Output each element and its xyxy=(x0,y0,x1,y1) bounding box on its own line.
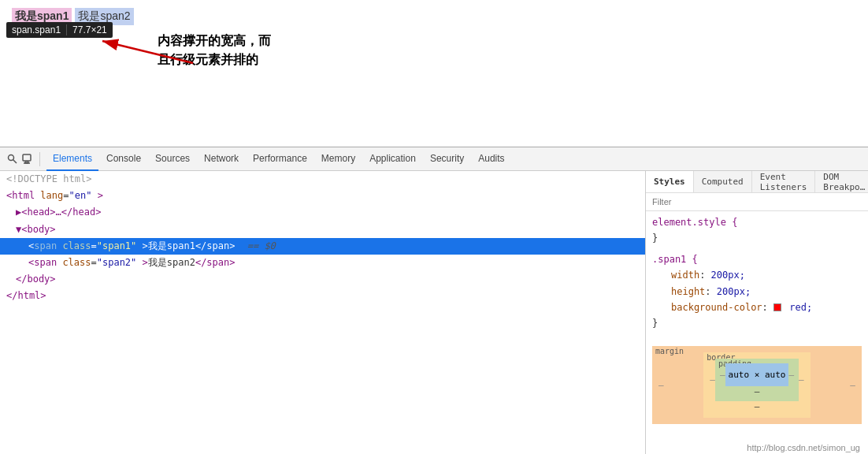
styles-content: element.style { } .span1 { width: 200px;… xyxy=(646,211,868,340)
color-swatch-red xyxy=(773,303,781,311)
content-dimensions: auto × auto xyxy=(729,370,786,380)
dom-line-doctype: <!DOCTYPE html> xyxy=(0,171,645,188)
styles-tab-event-listeners[interactable]: Event Listeners xyxy=(752,171,816,192)
tab-memory[interactable]: Memory xyxy=(315,147,362,171)
dom-panel: <!DOCTYPE html> <html lang="en" > ▶<head… xyxy=(0,171,646,454)
box-model-container: margin – border – padding- xyxy=(652,346,862,424)
dom-line-body-open: ▼<body> xyxy=(0,221,645,238)
box-border: border – padding- – auto × auto xyxy=(703,352,810,418)
svg-point-4 xyxy=(9,154,14,160)
span-demo: 我是span1 我是span2 xyxy=(12,8,856,25)
annotation-1: 内容撑开的宽高，而 且行级元素并排的 xyxy=(158,32,271,69)
tab-console[interactable]: Console xyxy=(100,147,147,171)
tooltip-selector: span.span1 xyxy=(12,24,61,35)
dom-line-span2[interactable]: <span class="span2" >我是span2</span> xyxy=(0,255,645,271)
svg-line-5 xyxy=(13,159,17,163)
bgcolor-prop: background-color: red; xyxy=(652,300,862,315)
tab-elements[interactable]: Elements xyxy=(46,147,98,171)
box-model: margin – border – padding- xyxy=(652,346,862,424)
dom-line-head: ▶<head>…</head> xyxy=(0,204,645,221)
height-prop: height: 200px; xyxy=(652,284,862,300)
styles-tab-computed[interactable]: Computed xyxy=(694,171,752,192)
styles-panel: Styles Computed Event Listeners DOM Brea… xyxy=(646,171,868,454)
dom-line-html: <html lang="en" > xyxy=(0,188,645,204)
device-icon[interactable] xyxy=(20,153,33,166)
filter-input[interactable] xyxy=(652,197,862,207)
dom-line-span1-selected[interactable]: <span class="span1" >我是span1</span> == $… xyxy=(0,238,645,255)
tab-audits[interactable]: Audits xyxy=(472,147,510,171)
element-style-rule: element.style { } xyxy=(652,214,862,247)
dom-line-body-close: </body> xyxy=(0,271,645,288)
styles-tabs: Styles Computed Event Listeners DOM Brea… xyxy=(646,171,868,193)
tab-network[interactable]: Network xyxy=(198,147,245,171)
devtools-body: <!DOCTYPE html> <html lang="en" > ▶<head… xyxy=(0,171,868,454)
styles-tab-dom-breakpoints[interactable]: DOM Breakpo… xyxy=(815,171,868,192)
tab-performance[interactable]: Performance xyxy=(247,147,313,171)
box-margin: margin – border – padding- xyxy=(652,346,862,424)
toolbar-separator xyxy=(39,152,40,166)
span1-style-rule: .span1 { width: 200px; height: 200px; ba… xyxy=(652,251,862,332)
tooltip-size: 77.7×21 xyxy=(72,24,107,35)
tooltip-divider xyxy=(66,24,67,35)
tab-application[interactable]: Application xyxy=(363,147,422,171)
browser-page: 我是span1 我是span2 span.span1 77.7×21 xyxy=(0,0,868,134)
dom-line-html-close: </html> xyxy=(0,288,645,304)
styles-filter xyxy=(646,193,868,211)
tab-sources[interactable]: Sources xyxy=(149,147,196,171)
inspect-icon[interactable] xyxy=(6,153,19,166)
footer-url: http://blog.csdn.net/simon_ug xyxy=(747,443,860,452)
margin-label: margin xyxy=(655,347,684,355)
box-content: auto × auto xyxy=(725,363,789,386)
element-tooltip: span.span1 77.7×21 xyxy=(6,22,113,38)
svg-rect-6 xyxy=(23,154,31,161)
styles-tab-styles[interactable]: Styles xyxy=(646,171,694,192)
devtools-panel: Elements Console Sources Network Perform… xyxy=(0,147,868,454)
devtools-toolbar: Elements Console Sources Network Perform… xyxy=(0,147,868,171)
box-padding: padding- – auto × auto – xyxy=(715,359,799,401)
padding-bottom: – xyxy=(720,386,794,396)
width-prop: width: 200px; xyxy=(652,267,862,283)
tab-security[interactable]: Security xyxy=(424,147,470,171)
